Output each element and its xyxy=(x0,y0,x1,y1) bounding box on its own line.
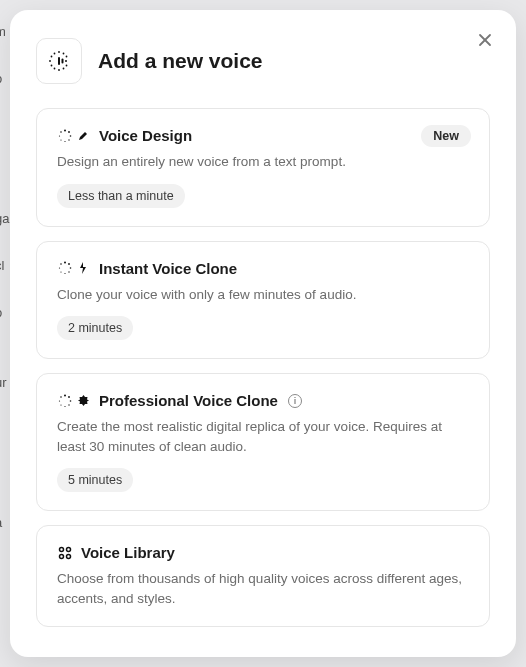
svg-rect-14 xyxy=(62,59,64,64)
spinner-ring-icon xyxy=(57,128,73,144)
option-title: Professional Voice Clone xyxy=(99,392,278,409)
svg-point-28 xyxy=(64,273,65,274)
option-description: Create the most realistic digital replic… xyxy=(57,417,469,456)
svg-point-29 xyxy=(60,271,61,272)
new-badge: New xyxy=(421,125,471,147)
svg-point-32 xyxy=(64,394,66,396)
svg-point-7 xyxy=(49,60,51,62)
svg-point-27 xyxy=(68,271,69,272)
svg-rect-15 xyxy=(65,60,67,62)
svg-point-3 xyxy=(63,53,65,55)
option-title: Voice Library xyxy=(81,544,175,561)
svg-point-34 xyxy=(70,400,72,402)
option-description: Choose from thousands of high quality vo… xyxy=(57,569,469,608)
options-list: New Voice Design Design an entirely new … xyxy=(36,108,490,627)
option-title: Instant Voice Clone xyxy=(99,260,237,277)
svg-point-9 xyxy=(54,68,56,70)
duration-pill: Less than a minute xyxy=(57,184,185,208)
modal-title: Add a new voice xyxy=(98,49,263,73)
close-button[interactable] xyxy=(472,28,498,54)
svg-point-33 xyxy=(68,396,70,398)
pencil-icon xyxy=(75,128,91,144)
svg-point-25 xyxy=(68,263,70,265)
spinner-ring-icon xyxy=(57,260,73,276)
svg-point-43 xyxy=(67,554,71,558)
option-instant-voice-clone[interactable]: Instant Voice Clone Clone your voice wit… xyxy=(36,241,490,360)
bolt-icon xyxy=(75,260,91,276)
svg-point-35 xyxy=(68,404,69,405)
svg-point-18 xyxy=(70,135,72,137)
svg-point-8 xyxy=(51,65,53,67)
badge-icon xyxy=(75,393,91,409)
svg-point-6 xyxy=(51,56,53,58)
svg-point-30 xyxy=(59,267,60,268)
svg-point-4 xyxy=(66,56,68,58)
svg-point-20 xyxy=(64,140,65,141)
close-icon xyxy=(478,31,492,52)
svg-point-5 xyxy=(54,53,56,55)
voice-wave-icon xyxy=(36,38,82,84)
duration-pill: 2 minutes xyxy=(57,316,133,340)
svg-point-26 xyxy=(70,267,72,269)
svg-point-41 xyxy=(67,547,71,551)
svg-point-37 xyxy=(60,404,61,405)
svg-point-23 xyxy=(60,131,62,133)
svg-point-11 xyxy=(63,68,65,70)
add-voice-modal: Add a new voice New Voice Design Design … xyxy=(10,10,516,657)
svg-point-17 xyxy=(68,131,70,133)
svg-point-31 xyxy=(60,263,62,265)
svg-point-24 xyxy=(64,262,66,264)
svg-point-2 xyxy=(58,51,60,53)
info-icon[interactable]: i xyxy=(288,394,302,408)
svg-point-40 xyxy=(60,547,64,551)
option-description: Design an entirely new voice from a text… xyxy=(57,152,469,172)
svg-point-36 xyxy=(64,406,65,407)
option-title: Voice Design xyxy=(99,127,192,144)
option-professional-voice-clone[interactable]: Professional Voice Clone i Create the mo… xyxy=(36,373,490,511)
svg-point-10 xyxy=(58,69,60,71)
svg-point-42 xyxy=(60,554,64,558)
svg-point-19 xyxy=(68,139,69,140)
svg-rect-13 xyxy=(58,57,60,65)
spinner-ring-icon xyxy=(57,393,73,409)
modal-header: Add a new voice xyxy=(36,38,490,84)
svg-point-21 xyxy=(60,139,61,140)
svg-point-22 xyxy=(59,135,60,136)
svg-point-38 xyxy=(59,400,60,401)
option-voice-design[interactable]: New Voice Design Design an entirely new … xyxy=(36,108,490,227)
option-voice-library[interactable]: Voice Library Choose from thousands of h… xyxy=(36,525,490,627)
option-description: Clone your voice with only a few minutes… xyxy=(57,285,469,305)
duration-pill: 5 minutes xyxy=(57,468,133,492)
svg-point-12 xyxy=(66,65,68,67)
svg-point-16 xyxy=(64,129,66,131)
grid-icon xyxy=(57,545,73,561)
svg-point-39 xyxy=(60,396,62,398)
